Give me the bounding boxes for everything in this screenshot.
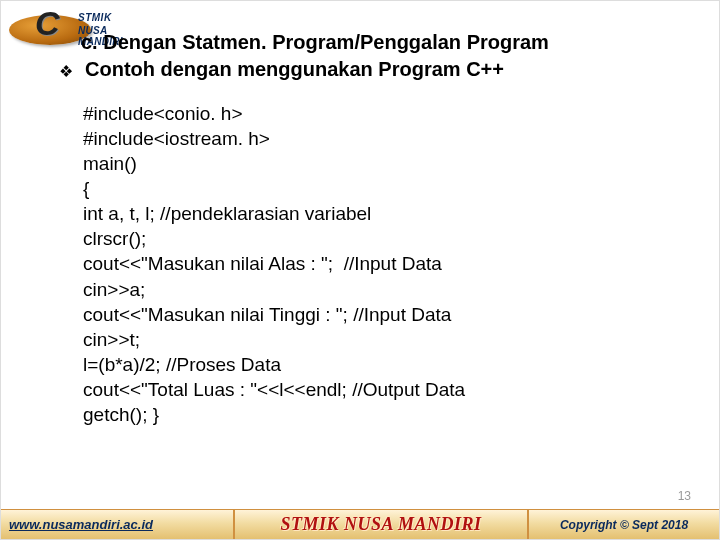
code-line: #include<conio. h> — [83, 101, 679, 126]
diamond-bullet-icon: ❖ — [59, 62, 73, 81]
footer-url-link[interactable]: www.nusamandiri.ac.id — [9, 517, 153, 532]
code-line: cout<<"Total Luas : "<<l<<endl; //Output… — [83, 377, 679, 402]
code-block: #include<conio. h> #include<iostream. h>… — [83, 101, 679, 427]
footer-center-title: STMIK NUSA MANDIRI — [235, 510, 529, 539]
heading-bullet-row: ❖ Contoh dengan menggunakan Program C++ — [59, 56, 679, 83]
footer-bar: www.nusamandiri.ac.id STMIK NUSA MANDIRI… — [1, 509, 719, 539]
footer-copyright: Copyright © Sept 2018 — [529, 510, 719, 539]
code-line: { — [83, 176, 679, 201]
slide-number: 13 — [678, 489, 691, 503]
footer-url[interactable]: www.nusamandiri.ac.id — [1, 510, 235, 539]
code-line: cout<<"Masukan nilai Alas : "; //Input D… — [83, 251, 679, 276]
code-line: clrscr(); — [83, 226, 679, 251]
code-line: l=(b*a)/2; //Proses Data — [83, 352, 679, 377]
heading-line2: Contoh dengan menggunakan Program C++ — [85, 56, 504, 83]
slide-content: c. Dengan Statmen. Program/Penggalan Pro… — [61, 29, 679, 427]
heading-line1: c. Dengan Statmen. Program/Penggalan Pro… — [81, 29, 679, 56]
code-line: cin>>t; — [83, 327, 679, 352]
code-line: #include<iostream. h> — [83, 126, 679, 151]
code-line: int a, t, l; //pendeklarasian variabel — [83, 201, 679, 226]
code-line: getch(); } — [83, 402, 679, 427]
code-line: cout<<"Masukan nilai Tinggi : "; //Input… — [83, 302, 679, 327]
code-line: main() — [83, 151, 679, 176]
logo-letter: C — [35, 4, 60, 43]
logo-text-line1: STMIK — [78, 12, 112, 23]
code-line: cin>>a; — [83, 277, 679, 302]
